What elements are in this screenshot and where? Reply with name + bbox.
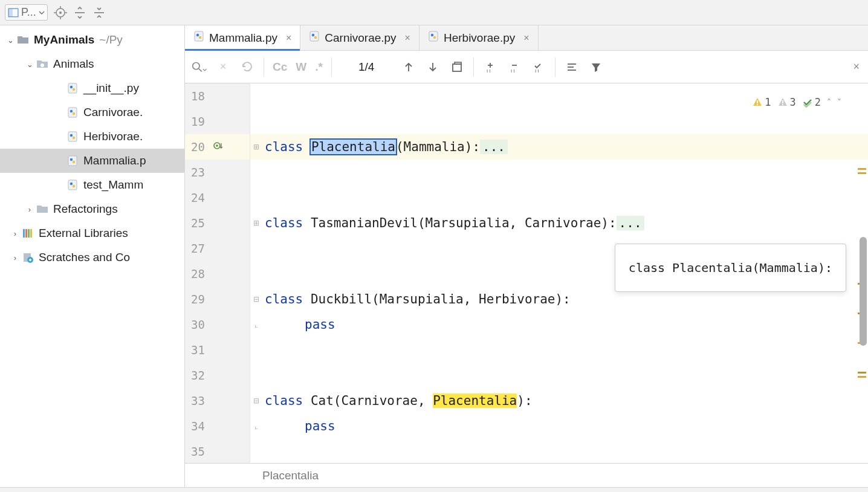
fold-collapse-icon[interactable]: ⊟ bbox=[250, 286, 262, 312]
tree-folder-label: Animals bbox=[53, 57, 94, 71]
svg-rect-46 bbox=[455, 62, 461, 64]
tree-file-carnivorae[interactable]: Carnivorae. bbox=[0, 100, 184, 125]
override-gutter-icon[interactable] bbox=[213, 140, 224, 154]
tree-file-init[interactable]: __init__.py bbox=[0, 76, 184, 100]
line-number: 30 bbox=[191, 318, 207, 331]
svg-point-19 bbox=[73, 137, 75, 139]
tab-herbivorae[interactable]: Herbivorae.py × bbox=[419, 25, 539, 50]
editor-area: Mammalia.py × Carnivorae.py × Herbivorae… bbox=[185, 25, 868, 487]
tab-mammalia[interactable]: Mammalia.py × bbox=[185, 25, 300, 50]
inspections-widget[interactable]: 1 3 2 ˄ ˅ bbox=[752, 89, 841, 115]
svg-point-35 bbox=[196, 34, 199, 36]
svg-text:I I: I I bbox=[511, 68, 515, 74]
folded-region[interactable]: ... bbox=[617, 216, 644, 230]
fold-end-icon[interactable]: ⌞ bbox=[250, 312, 262, 337]
python-file-icon bbox=[65, 155, 80, 166]
tree-external-libraries[interactable]: › External Libraries bbox=[0, 221, 184, 245]
svg-point-21 bbox=[70, 158, 73, 161]
tree-folder-refactorings[interactable]: › Refactorings bbox=[0, 197, 184, 221]
chevron-up-icon[interactable]: ˄ bbox=[827, 89, 831, 115]
breadcrumb-item[interactable]: Placentalia bbox=[262, 469, 319, 482]
search-hit: Placentalia bbox=[433, 393, 517, 408]
words-toggle[interactable]: W bbox=[296, 60, 306, 74]
tree-root[interactable]: ⌄ MyAnimals ~/Py bbox=[0, 28, 184, 52]
settings-lines-icon[interactable] bbox=[564, 59, 580, 75]
svg-point-16 bbox=[73, 112, 75, 115]
tree-root-label: MyAnimals bbox=[34, 33, 94, 47]
match-case-toggle[interactable]: Cc bbox=[273, 60, 287, 74]
target-icon[interactable] bbox=[54, 6, 67, 19]
close-find-bar-icon[interactable]: × bbox=[853, 60, 860, 73]
svg-point-18 bbox=[70, 134, 73, 137]
svg-text:I I: I I bbox=[487, 68, 491, 74]
prev-match-icon[interactable] bbox=[401, 59, 416, 75]
close-icon[interactable]: × bbox=[405, 33, 410, 44]
svg-point-22 bbox=[73, 161, 75, 163]
search-icon[interactable] bbox=[191, 59, 207, 75]
code-content[interactable]: class Placentalia(Mammalia):... class Ta… bbox=[262, 83, 868, 463]
filter-icon[interactable] bbox=[588, 59, 604, 75]
fold-expand-icon[interactable]: ⊞ bbox=[250, 134, 262, 160]
python-file-icon bbox=[65, 180, 80, 190]
tab-carnivorae[interactable]: Carnivorae.py × bbox=[300, 25, 419, 50]
select-all-occurrences-icon[interactable]: I I bbox=[531, 59, 546, 75]
next-match-icon[interactable] bbox=[425, 59, 441, 75]
libraries-icon bbox=[21, 228, 35, 239]
project-selector[interactable]: P... bbox=[5, 4, 48, 21]
svg-rect-11 bbox=[68, 83, 77, 93]
svg-point-36 bbox=[199, 36, 201, 39]
close-icon[interactable]: × bbox=[286, 33, 291, 44]
add-selection-icon[interactable]: I I bbox=[482, 59, 498, 75]
find-count: 1/4 bbox=[340, 60, 392, 74]
top-toolbar: P... bbox=[0, 0, 868, 25]
chevron-right-icon[interactable]: › bbox=[10, 253, 21, 262]
warning-badge[interactable]: 1 bbox=[752, 89, 771, 115]
chevron-down-icon[interactable]: ⌄ bbox=[24, 60, 35, 69]
fold-end-icon[interactable]: ⌞ bbox=[250, 413, 262, 439]
tree-file-mammalia[interactable]: Mammalia.p bbox=[0, 149, 184, 173]
project-selector-label: P... bbox=[21, 6, 36, 19]
svg-rect-33 bbox=[30, 259, 31, 261]
remove-selection-icon[interactable]: I I bbox=[507, 59, 522, 75]
line-number: 18 bbox=[191, 89, 207, 103]
tree-file-label: Mammalia.p bbox=[83, 154, 146, 167]
error-stripe[interactable] bbox=[853, 83, 868, 463]
python-file-icon bbox=[65, 83, 80, 94]
regex-toggle[interactable]: .* bbox=[315, 60, 323, 74]
python-file-icon bbox=[65, 131, 80, 142]
line-number: 33 bbox=[191, 394, 207, 407]
svg-point-42 bbox=[433, 36, 436, 39]
line-number: 34 bbox=[191, 419, 207, 433]
chevron-down-icon[interactable]: ˅ bbox=[837, 89, 841, 115]
search-history-icon[interactable] bbox=[239, 59, 255, 75]
code-editor[interactable]: 18 19 20 23 24 25 27 28 29 30 31 32 33 3… bbox=[185, 83, 868, 463]
chevron-down-icon[interactable]: ⌄ bbox=[5, 36, 16, 45]
clear-search-icon[interactable]: × bbox=[215, 59, 231, 75]
tree-file-label: Herbivorae. bbox=[83, 130, 143, 143]
ok-badge[interactable]: 2 bbox=[802, 89, 821, 115]
chevron-right-icon[interactable]: › bbox=[10, 229, 21, 238]
tree-file-herbivorae[interactable]: Herbivorae. bbox=[0, 125, 184, 149]
svg-rect-59 bbox=[757, 104, 758, 105]
svg-point-10 bbox=[40, 63, 44, 67]
expand-all-icon[interactable] bbox=[73, 6, 86, 19]
tree-scratches[interactable]: › Scratches and Co bbox=[0, 245, 184, 270]
scrollbar-thumb[interactable] bbox=[860, 237, 867, 346]
select-all-icon[interactable] bbox=[449, 59, 465, 75]
breadcrumb[interactable]: Placentalia bbox=[185, 463, 868, 487]
find-toolbar: × Cc W .* 1/4 I I bbox=[185, 51, 868, 83]
svg-rect-27 bbox=[25, 229, 27, 238]
folded-region[interactable]: ... bbox=[480, 140, 508, 154]
close-icon[interactable]: × bbox=[523, 33, 529, 44]
tree-file-test[interactable]: test_Mamm bbox=[0, 173, 184, 197]
tab-label: Carnivorae.py bbox=[325, 31, 396, 45]
fold-strip: ⊞ ⊞ ⊟ ⌞ ⊟ ⌞ bbox=[250, 83, 262, 463]
weak-warning-badge[interactable]: 3 bbox=[777, 89, 796, 115]
svg-text:I I: I I bbox=[535, 68, 539, 74]
fold-expand-icon[interactable]: ⊞ bbox=[250, 210, 262, 236]
collapse-all-icon[interactable] bbox=[92, 6, 106, 19]
svg-point-43 bbox=[193, 62, 199, 69]
tree-folder-animals[interactable]: ⌄ Animals bbox=[0, 52, 184, 76]
chevron-right-icon[interactable]: › bbox=[24, 205, 35, 214]
fold-collapse-icon[interactable]: ⊟ bbox=[250, 388, 262, 413]
